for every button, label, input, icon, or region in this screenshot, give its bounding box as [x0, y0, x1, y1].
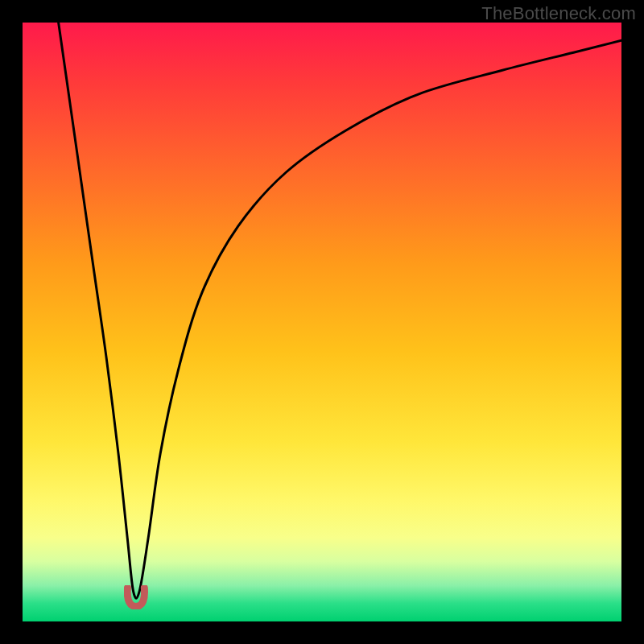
dip-marker — [124, 585, 148, 609]
watermark-text: TheBottleneck.com — [481, 3, 636, 24]
bottleneck-curve — [23, 23, 621, 621]
chart-plot-area — [23, 23, 621, 621]
